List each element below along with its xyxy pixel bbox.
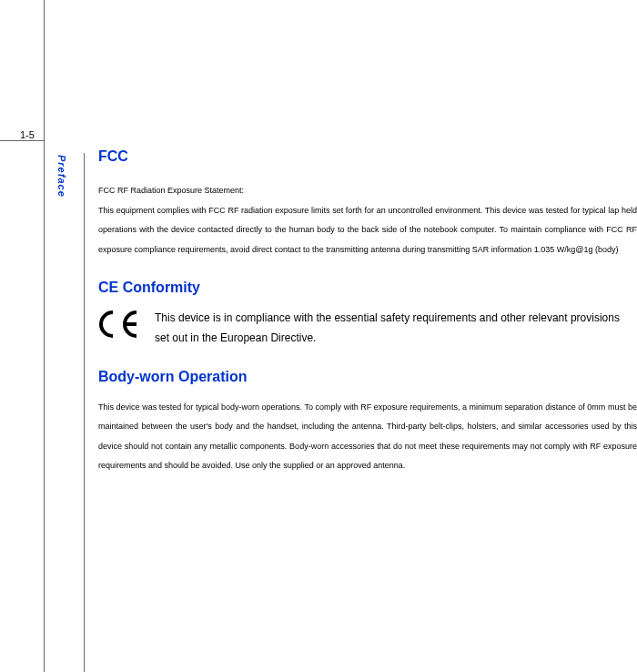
divider-horizontal [0, 140, 44, 141]
divider-vertical-right [84, 153, 85, 672]
main-content: FCC FCC RF Radiation Exposure Statement:… [98, 148, 637, 476]
bodyworn-body: This device was tested for typical body-… [98, 398, 637, 476]
heading-bodyworn: Body-worn Operation [98, 369, 637, 385]
fcc-statement-label: FCC RF Radiation Exposure Statement: [98, 181, 637, 201]
heading-ce: CE Conformity [98, 280, 637, 296]
ce-mark-icon [98, 311, 146, 341]
heading-fcc: FCC [98, 148, 637, 165]
fcc-body: This equipment complies with FCC RF radi… [98, 201, 637, 260]
page-number: 1-5 [20, 129, 35, 140]
ce-row: This device is in compliance with the es… [98, 309, 637, 348]
divider-vertical-left [44, 0, 45, 672]
sidebar-label: Preface [56, 155, 67, 198]
ce-body: This device is in compliance with the es… [155, 309, 637, 348]
